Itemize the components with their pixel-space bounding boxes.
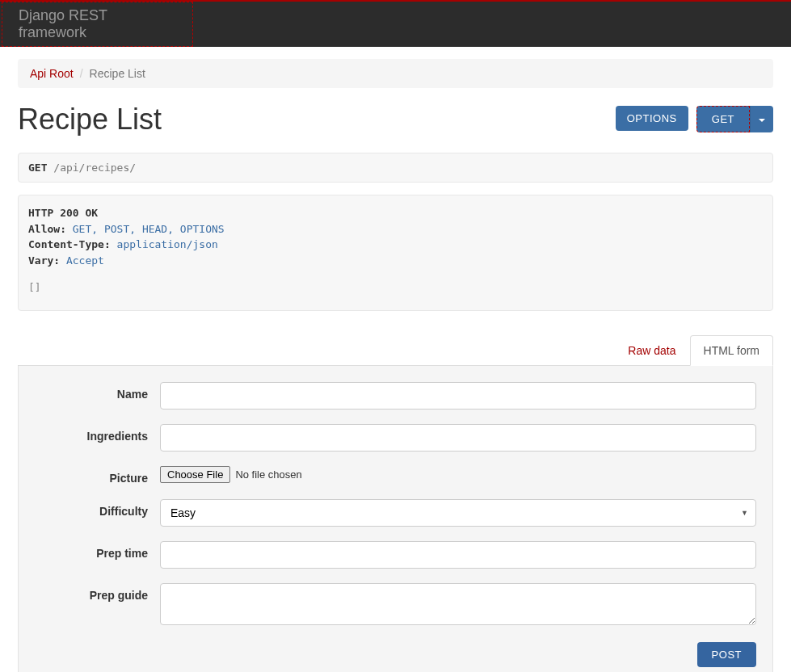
response-vary-key: Vary: xyxy=(28,254,60,267)
ingredients-input[interactable] xyxy=(160,424,756,452)
form-panel: Name Ingredients Picture Choose File No … xyxy=(18,366,773,673)
options-button[interactable]: OPTIONS xyxy=(616,106,688,131)
navbar: Django REST framework xyxy=(0,0,791,47)
get-button[interactable]: GET xyxy=(696,106,750,132)
picture-label: Picture xyxy=(35,466,160,485)
tab-raw-data[interactable]: Raw data xyxy=(614,335,689,366)
tab-html-form[interactable]: HTML form xyxy=(690,335,773,366)
prepguide-textarea[interactable] xyxy=(160,583,756,625)
get-dropdown-toggle[interactable] xyxy=(750,106,773,132)
response-box: HTTP 200 OK Allow: GET, POST, HEAD, OPTI… xyxy=(18,195,773,311)
ingredients-label: Ingredients xyxy=(35,424,160,443)
choose-file-button[interactable]: Choose File xyxy=(160,466,230,483)
response-ctype-val: application/json xyxy=(111,238,218,250)
name-input[interactable] xyxy=(160,382,756,410)
page-title: Recipe List xyxy=(18,103,162,136)
post-button[interactable]: POST xyxy=(697,642,756,667)
difficulty-label: Difficulty xyxy=(35,499,160,518)
request-method: GET xyxy=(28,162,47,174)
request-path: /api/recipes/ xyxy=(47,162,136,174)
chevron-down-icon xyxy=(759,119,765,122)
response-vary-val: Accept xyxy=(60,254,104,267)
brand-link[interactable]: Django REST framework xyxy=(19,7,176,41)
difficulty-select[interactable]: Easy xyxy=(160,499,756,527)
response-body: [] xyxy=(28,279,763,296)
preptime-input[interactable] xyxy=(160,541,756,569)
brand-highlight-box: Django REST framework xyxy=(2,2,193,47)
file-status-text: No file chosen xyxy=(235,468,301,481)
request-line: GET /api/recipes/ xyxy=(18,153,773,183)
action-buttons: OPTIONS GET xyxy=(616,106,773,132)
response-allow-val: GET, POST, HEAD, OPTIONS xyxy=(66,223,225,235)
name-label: Name xyxy=(35,382,160,401)
breadcrumb-api-root[interactable]: Api Root xyxy=(30,67,74,80)
breadcrumb-separator: / xyxy=(78,67,86,80)
form-tabs: Raw data HTML form xyxy=(18,335,773,366)
response-allow-key: Allow: xyxy=(28,223,66,235)
breadcrumb-current: Recipe List xyxy=(90,67,145,80)
response-status: HTTP 200 OK xyxy=(28,207,98,219)
preptime-label: Prep time xyxy=(35,541,160,560)
prepguide-label: Prep guide xyxy=(35,583,160,602)
get-button-group: GET xyxy=(696,106,773,132)
response-ctype-key: Content-Type: xyxy=(28,238,111,250)
breadcrumb: Api Root / Recipe List xyxy=(18,59,773,88)
